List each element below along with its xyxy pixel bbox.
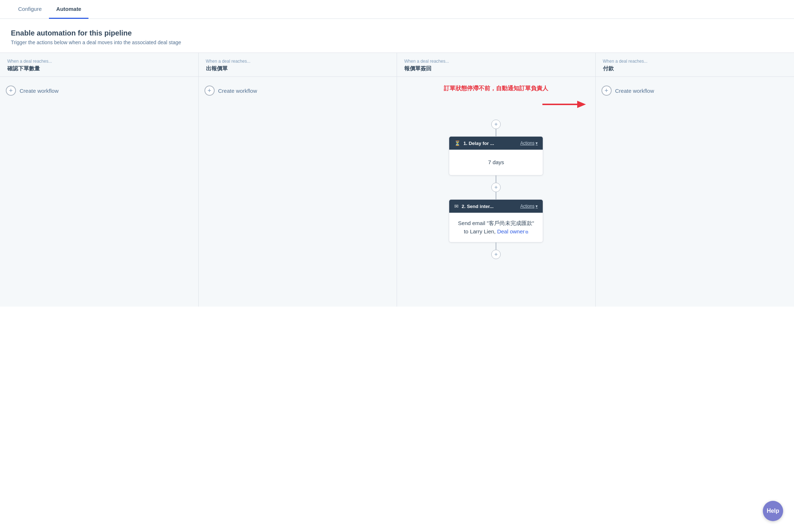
create-workflow-btn-4[interactable]: + Create workflow — [601, 84, 789, 97]
when-label-1: When a deal reaches... — [7, 59, 191, 64]
create-workflow-label-2: Create workflow — [218, 88, 257, 94]
tabs-bar: Configure Automate — [0, 0, 794, 19]
step-card-2-body: Send email "客戶尚未完成匯款" to Larry Lien, Dea… — [449, 213, 543, 242]
header-section: Enable automation for this pipeline Trig… — [0, 19, 794, 53]
create-workflow-label-1: Create workflow — [20, 88, 59, 94]
step-card-1-body: 7 days — [449, 150, 543, 175]
plus-circle-1: + — [6, 86, 16, 96]
plus-circle-2: + — [204, 86, 215, 96]
workflow-container: + ⏳ 1. Delay for ... Actions ▾ — [403, 114, 590, 265]
step-1-title: 1. Delay for ... — [463, 141, 517, 146]
help-button[interactable]: Help — [763, 501, 783, 521]
plus-circle-4: + — [601, 86, 612, 96]
step-2-title: 2. Send inter... — [462, 204, 517, 209]
step-card-1: ⏳ 1. Delay for ... Actions ▾ 7 days — [449, 136, 543, 175]
page-title: Enable automation for this pipeline — [11, 29, 783, 37]
external-link-icon: ⧉ — [525, 230, 528, 234]
add-step-middle[interactable]: + — [491, 183, 501, 192]
create-workflow-btn-2[interactable]: + Create workflow — [204, 84, 391, 97]
connector-line-3 — [496, 192, 496, 199]
col-header-2: When a deal reaches... 出報價單 — [199, 53, 397, 77]
stage-name-3: 報價單簽回 — [404, 65, 588, 72]
stage-name-2: 出報價單 — [206, 65, 390, 72]
step-card-2: ✉ 2. Send inter... Actions ▾ Send email … — [449, 199, 543, 242]
pipeline-col-2: When a deal reaches... 出報價單 + Create wor… — [199, 53, 397, 307]
chevron-down-icon: ▾ — [535, 141, 538, 146]
col-header-4: When a deal reaches... 付款 — [596, 53, 794, 77]
col-header-1: When a deal reaches... 確認下單數量 — [0, 53, 198, 77]
pipeline-col-3: When a deal reaches... 報價單簽回 訂單狀態停滯不前，自動… — [397, 53, 596, 307]
step-2-actions-btn[interactable]: Actions ▾ — [520, 204, 538, 209]
annotation-text: 訂單狀態停滯不前，自動通知訂單負責人 — [444, 84, 548, 93]
when-label-4: When a deal reaches... — [603, 59, 787, 64]
page-subtitle: Trigger the actions below when a deal mo… — [11, 40, 783, 45]
step-card-2-header: ✉ 2. Send inter... Actions ▾ — [449, 200, 543, 213]
pipeline-col-1: When a deal reaches... 確認下單數量 + Create w… — [0, 53, 199, 307]
pipeline-grid: When a deal reaches... 確認下單數量 + Create w… — [0, 53, 794, 307]
stage-name-4: 付款 — [603, 65, 787, 72]
col-body-4: + Create workflow — [596, 77, 794, 104]
step-1-actions-btn[interactable]: Actions ▾ — [520, 141, 538, 146]
connector-line-2 — [496, 175, 496, 183]
col-body-2: + Create workflow — [199, 77, 397, 104]
step-2-body-text: Send email "客戶尚未完成匯款" to Larry Lien, Dea… — [455, 219, 537, 236]
red-arrow-container — [403, 98, 586, 111]
page-wrapper: Configure Automate Enable automation for… — [0, 0, 794, 532]
pipeline-col-4: When a deal reaches... 付款 + Create workf… — [596, 53, 794, 307]
col-body-3: 訂單狀態停滯不前，自動通知訂單負責人 + ⏳ — [397, 77, 595, 272]
tab-automate[interactable]: Automate — [49, 0, 88, 19]
delay-icon: ⏳ — [454, 140, 460, 146]
stage-name-1: 確認下單數量 — [7, 65, 191, 72]
add-step-bottom[interactable]: + — [491, 250, 501, 259]
svg-marker-1 — [577, 101, 586, 108]
chevron-down-icon-2: ▾ — [535, 204, 538, 209]
connector-line-4 — [496, 242, 496, 250]
when-label-3: When a deal reaches... — [404, 59, 588, 64]
create-workflow-label-4: Create workflow — [615, 88, 654, 94]
connector-line-1 — [496, 129, 496, 136]
create-workflow-btn-1[interactable]: + Create workflow — [6, 84, 193, 97]
step-card-1-header: ⏳ 1. Delay for ... Actions ▾ — [449, 137, 543, 150]
step-1-body-text: 7 days — [488, 158, 504, 167]
red-arrow-icon — [542, 98, 586, 111]
step-2-link[interactable]: Deal owner — [497, 228, 525, 234]
email-icon: ✉ — [454, 203, 459, 209]
annotation-row: 訂單狀態停滯不前，自動通知訂單負責人 — [403, 84, 590, 96]
tab-configure[interactable]: Configure — [11, 0, 49, 19]
col-body-1: + Create workflow — [0, 77, 198, 104]
col-header-3: When a deal reaches... 報價單簽回 — [397, 53, 595, 77]
when-label-2: When a deal reaches... — [206, 59, 390, 64]
add-step-top[interactable]: + — [491, 120, 501, 129]
